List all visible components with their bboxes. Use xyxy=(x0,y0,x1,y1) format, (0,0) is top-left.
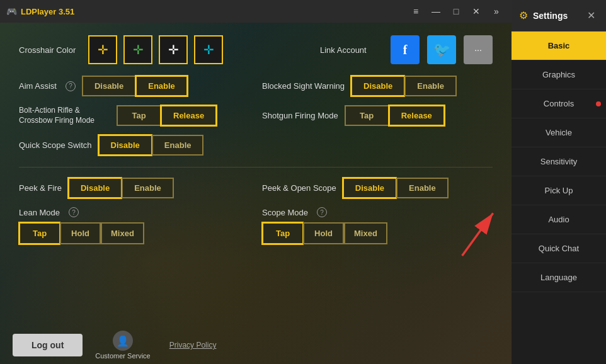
bolt-action-release-btn[interactable]: Release xyxy=(161,105,217,126)
title-bar: 🎮 LDPlayer 3.51 ≡ — □ ✕ » xyxy=(0,0,512,23)
crosshair-white-btn[interactable]: ✛ xyxy=(159,35,188,64)
app-name: LDPlayer 3.51 xyxy=(21,7,74,16)
crosshair-green-btn[interactable]: ✛ xyxy=(123,35,152,64)
lean-mode-help-icon[interactable]: ? xyxy=(69,207,79,217)
crosshair-yellow-icon: ✛ xyxy=(98,42,108,57)
settings-item-pickup[interactable]: Pick Up xyxy=(512,176,606,205)
bottom-bar: Log out 👤 Customer Service Privacy Polic… xyxy=(0,326,512,364)
bolt-action-toggle: Tap Release xyxy=(117,105,217,126)
bolt-action-row: Bolt-Action Rifle & Crossbow Firing Mode… xyxy=(19,105,249,126)
crosshair-green-icon: ✛ xyxy=(133,42,144,57)
controls-notification-dot xyxy=(596,101,601,106)
menu-button[interactable]: ≡ xyxy=(407,3,425,20)
crosshair-color-section: Crosshair Color ✛ ✛ ✛ ✛ xyxy=(19,35,223,64)
peek-scope-enable-btn[interactable]: Enable xyxy=(396,178,449,198)
settings-item-sensitivity[interactable]: Sensitivity xyxy=(512,147,606,176)
customer-service-label: Customer Service xyxy=(95,352,150,360)
section-divider xyxy=(19,167,493,168)
logout-button[interactable]: Log out xyxy=(13,334,83,356)
close-button[interactable]: ✕ xyxy=(467,3,485,20)
blocked-sight-row: Blocked Sight Warning Disable Enable xyxy=(262,76,493,96)
quick-scope-row: Quick Scope Switch Disable Enable xyxy=(19,135,493,156)
peek-fire-disable-btn[interactable]: Disable xyxy=(68,178,122,198)
settings-close-button[interactable]: ✕ xyxy=(583,8,598,23)
settings-pickup-label: Pick Up xyxy=(545,186,573,195)
shotgun-tap-btn[interactable]: Tap xyxy=(345,105,389,126)
settings-audio-label: Audio xyxy=(548,215,569,224)
crosshair-label: Crosshair Color xyxy=(19,45,82,55)
blocked-sight-disable-btn[interactable]: Disable xyxy=(351,76,404,96)
crosshair-cyan-icon: ✛ xyxy=(203,42,214,57)
aim-assist-disable-btn[interactable]: Disable xyxy=(82,76,135,96)
settings-item-vehicle[interactable]: Vehicle xyxy=(512,118,606,147)
crosshair-cyan-btn[interactable]: ✛ xyxy=(194,35,223,64)
link-account-section: Link Account f 🐦 ··· xyxy=(320,35,493,64)
settings-item-audio[interactable]: Audio xyxy=(512,205,606,234)
scope-mode-label: Scope Mode xyxy=(262,208,308,217)
crosshair-white-icon: ✛ xyxy=(168,42,179,57)
aim-assist-enable-btn[interactable]: Enable xyxy=(135,76,188,96)
settings-graphics-label: Graphics xyxy=(542,70,575,79)
settings-item-quickchat[interactable]: Quick Chat xyxy=(512,234,606,263)
settings-vehicle-label: Vehicle xyxy=(546,128,572,137)
peek-fire-enable-btn[interactable]: Enable xyxy=(122,178,174,198)
crosshair-yellow-btn[interactable]: ✛ xyxy=(88,35,117,64)
settings-panel: ⚙ Settings ✕ Basic Graphics Controls Veh… xyxy=(512,0,606,364)
scope-mixed-btn[interactable]: Mixed xyxy=(344,222,387,244)
facebook-button[interactable]: f xyxy=(391,35,420,64)
window-controls: ≡ — □ ✕ » xyxy=(407,3,505,20)
lean-tap-btn[interactable]: Tap xyxy=(19,222,60,244)
blocked-sight-label: Blocked Sight Warning xyxy=(262,81,345,91)
facebook-icon: f xyxy=(403,43,408,57)
customer-service-icon: 👤 xyxy=(113,331,133,351)
privacy-policy-link[interactable]: Privacy Policy xyxy=(169,341,217,350)
shotgun-firing-label: Shotgun Firing Mode xyxy=(262,111,338,120)
scope-tap-btn[interactable]: Tap xyxy=(262,222,303,244)
settings-item-language[interactable]: Language xyxy=(512,263,606,292)
scope-mode-help-icon[interactable]: ? xyxy=(317,207,327,217)
maximize-button[interactable]: □ xyxy=(447,3,465,20)
shotgun-firing-toggle: Tap Release xyxy=(345,105,445,126)
lean-mode-label: Lean Mode xyxy=(19,208,60,217)
aim-assist-row: Aim Assist ? Disable Enable xyxy=(19,76,249,96)
peek-open-scope-toggle: Disable Enable xyxy=(343,178,449,198)
blocked-sight-toggle: Disable Enable xyxy=(351,76,457,96)
settings-controls-label: Controls xyxy=(544,99,574,108)
settings-item-graphics[interactable]: Graphics xyxy=(512,60,606,89)
settings-item-controls[interactable]: Controls xyxy=(512,89,606,118)
twitter-icon: 🐦 xyxy=(433,42,450,58)
aim-assist-help-icon[interactable]: ? xyxy=(66,81,76,91)
settings-header: ⚙ Settings ✕ xyxy=(512,0,606,31)
link-account-label: Link Account xyxy=(320,45,383,55)
more-button[interactable]: ··· xyxy=(464,35,493,64)
settings-quickchat-label: Quick Chat xyxy=(539,244,579,253)
logo-icon: 🎮 xyxy=(6,6,17,16)
more-icon: ··· xyxy=(474,45,482,55)
aim-assist-toggle: Disable Enable xyxy=(82,76,188,96)
aim-assist-label: Aim Assist xyxy=(19,81,57,91)
blocked-sight-enable-btn[interactable]: Enable xyxy=(404,76,457,96)
peek-fire-toggle: Disable Enable xyxy=(68,178,174,198)
peek-fire-label: Peek & Fire xyxy=(19,183,62,193)
settings-item-basic[interactable]: Basic xyxy=(512,31,606,60)
quick-scope-toggle: Disable Enable xyxy=(98,135,204,156)
bolt-action-tap-btn[interactable]: Tap xyxy=(117,105,161,126)
scope-hold-btn[interactable]: Hold xyxy=(303,222,344,244)
peek-fire-row: Peek & Fire Disable Enable xyxy=(19,178,249,198)
customer-service-btn[interactable]: 👤 Customer Service xyxy=(95,331,150,360)
expand-button[interactable]: » xyxy=(488,3,505,20)
peek-open-scope-label: Peek & Open Scope xyxy=(262,183,336,193)
lean-hold-btn[interactable]: Hold xyxy=(60,222,101,244)
peek-scope-disable-btn[interactable]: Disable xyxy=(343,178,396,198)
peek-open-scope-row: Peek & Open Scope Disable Enable xyxy=(262,178,493,198)
shotgun-release-btn[interactable]: Release xyxy=(389,105,445,126)
lean-mode-toggle: Tap Hold Mixed xyxy=(19,222,249,244)
quick-scope-enable-btn[interactable]: Enable xyxy=(152,135,204,156)
scope-mode-section: Scope Mode ? Tap Hold Mixed xyxy=(262,207,493,244)
settings-language-label: Language xyxy=(540,273,577,282)
twitter-button[interactable]: 🐦 xyxy=(427,35,456,64)
settings-sensitivity-label: Sensitivity xyxy=(540,157,578,166)
lean-mixed-btn[interactable]: Mixed xyxy=(101,222,144,244)
quick-scope-disable-btn[interactable]: Disable xyxy=(98,135,152,156)
minimize-button[interactable]: — xyxy=(427,3,445,20)
